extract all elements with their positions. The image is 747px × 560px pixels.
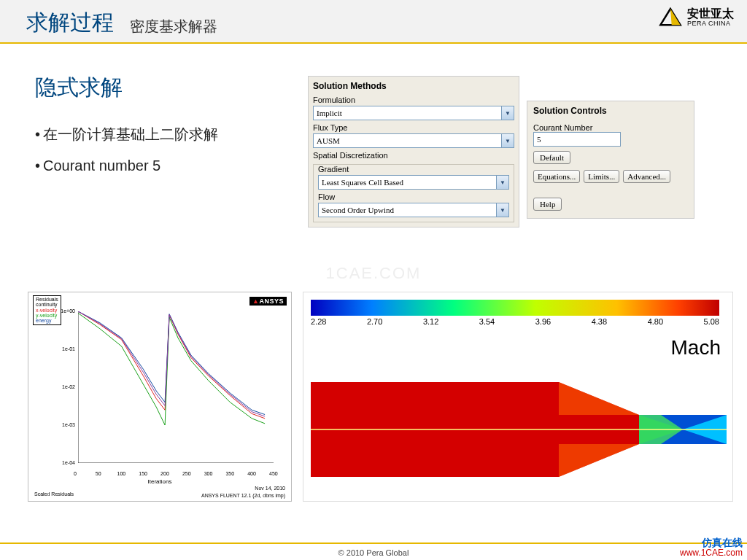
flux-value[interactable] — [313, 133, 501, 148]
svg-marker-11 — [559, 382, 639, 415]
solution-methods-panel: Solution Methods Formulation ▼ Flux Type… — [308, 76, 519, 228]
logo-sub: PERA CHINA — [687, 20, 734, 27]
help-button[interactable]: Help — [533, 198, 562, 211]
svg-marker-12 — [559, 444, 639, 477]
flow-label: Flow — [318, 192, 509, 201]
courant-label: Courant Number — [533, 123, 592, 132]
bottom-brand: 仿真在线 www.1CAE.com — [680, 537, 743, 559]
colorbar-ticks: 2.28 2.70 3.12 3.54 3.96 4.38 4.80 5.08 — [311, 317, 719, 326]
scaled-residuals-text: Scaled Residuals — [34, 491, 74, 497]
mach-contour-plot — [311, 364, 727, 495]
x-axis-title: Iterations — [28, 478, 291, 485]
brand-cn: 仿真在线 — [680, 537, 743, 548]
chevron-down-icon[interactable]: ▼ — [496, 175, 509, 190]
gradient-combo[interactable]: ▼ — [318, 175, 509, 190]
courant-input[interactable] — [533, 132, 621, 147]
spatial-label: Spatial Discretization — [313, 151, 514, 160]
footer-copyright: © 2010 Pera Global — [0, 548, 747, 557]
flux-combo[interactable]: ▼ — [313, 133, 514, 148]
chart-date: Nov 14, 2010 — [255, 486, 285, 491]
svg-marker-1 — [670, 9, 681, 25]
gradient-value[interactable] — [318, 175, 496, 190]
watermark: 1CAE.COM — [326, 264, 422, 283]
equations-button[interactable]: Equations... — [533, 170, 580, 183]
formulation-combo[interactable]: ▼ — [313, 106, 514, 120]
footer-bar — [0, 542, 747, 544]
svg-rect-4 — [311, 300, 719, 316]
chevron-down-icon[interactable]: ▼ — [496, 203, 509, 217]
spatial-fieldset: Gradient ▼ Flow ▼ — [313, 164, 514, 222]
formulation-value[interactable] — [313, 106, 501, 120]
chart-software: ANSYS FLUENT 12.1 (2d, dbns imp) — [201, 493, 285, 498]
limits-button[interactable]: Limits... — [584, 170, 619, 183]
panel-title: Solution Methods — [313, 81, 514, 91]
ansys-logo: ▲ANSYS — [249, 297, 287, 306]
flow-combo[interactable]: ▼ — [318, 203, 509, 217]
brand-url: www.1CAE.com — [680, 548, 743, 559]
slide-subtitle: 密度基求解器 — [130, 17, 217, 36]
panel-title: Solution Controls — [533, 106, 688, 116]
mach-label: Mach — [671, 336, 721, 359]
chevron-down-icon[interactable]: ▼ — [501, 133, 514, 148]
flow-value[interactable] — [318, 203, 496, 217]
slide-header: 求解过程 密度基求解器 — [0, 0, 747, 44]
solution-controls-panel: Solution Controls Courant Number Default… — [527, 101, 694, 219]
residuals-chart: Residuals continuity x-velocity y-veloci… — [28, 292, 292, 502]
mach-contour-panel: 2.28 2.70 3.12 3.54 3.96 4.38 4.80 5.08 … — [303, 292, 733, 502]
pera-logo: 安世亚太 PERA CHINA — [658, 7, 734, 28]
residual-plot-area — [78, 311, 274, 463]
formulation-label: Formulation — [313, 96, 514, 104]
advanced-button[interactable]: Advanced... — [623, 170, 670, 183]
slide-title: 求解过程 — [26, 8, 114, 38]
chevron-down-icon[interactable]: ▼ — [501, 106, 514, 120]
default-button[interactable]: Default — [533, 151, 570, 164]
flux-label: Flux Type — [313, 123, 514, 132]
gradient-label: Gradient — [318, 165, 509, 174]
logo-name: 安世亚太 — [687, 8, 734, 20]
colorbar — [311, 300, 719, 316]
pera-logo-icon — [658, 7, 683, 28]
